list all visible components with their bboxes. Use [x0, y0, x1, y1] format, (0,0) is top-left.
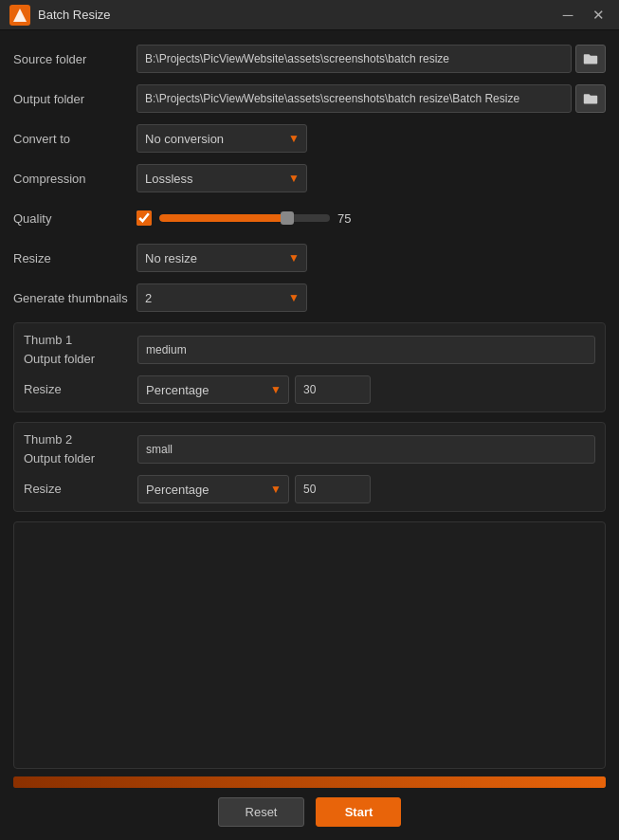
quality-checkbox[interactable] [137, 210, 152, 226]
output-folder-browse-button[interactable] [575, 84, 606, 113]
progress-bar-fill [13, 776, 606, 788]
output-folder-input-group [137, 84, 606, 113]
output-folder-input[interactable] [137, 84, 572, 113]
thumb2-resize-select-wrapper: Percentage Width Height ▼ [137, 475, 289, 503]
source-folder-input-group [137, 45, 606, 73]
quality-slider-track [159, 209, 330, 228]
compression-select-wrapper: Lossless Lossy ▼ [137, 164, 307, 192]
generate-thumbnails-label: Generate thumbnails [13, 291, 137, 305]
progress-bar-container [13, 776, 606, 788]
compression-row: Compression Lossless Lossy ▼ [13, 163, 606, 193]
compression-select[interactable]: Lossless Lossy [137, 164, 307, 192]
start-button[interactable]: Start [316, 797, 401, 827]
thumb1-resize-select[interactable]: Percentage Width Height [137, 375, 289, 404]
title-bar-left: Batch Resize [9, 5, 111, 26]
quality-value: 75 [337, 211, 360, 226]
minimize-button[interactable]: ─ [555, 4, 581, 27]
thumb1-resize-value-input[interactable] [295, 375, 371, 404]
quality-label: Quality [13, 211, 137, 226]
thumb2-folder-input[interactable] [137, 435, 595, 464]
title-controls: ─ ✕ [555, 4, 611, 27]
thumb1-resize-select-wrapper: Percentage Width Height ▼ [137, 375, 289, 404]
resize-label: Resize [13, 251, 137, 265]
thumb2-resize-label: Resize [24, 480, 137, 499]
resize-row: Resize No resize Percentage Width Height… [13, 243, 606, 273]
thumb1-section: Thumb 1 Output folder Resize Percentage … [13, 322, 606, 412]
thumb2-label: Thumb 2 Output folder [24, 430, 137, 467]
title-bar: Batch Resize ─ ✕ [0, 0, 619, 30]
source-folder-row: Source folder [13, 44, 606, 74]
source-folder-input[interactable] [137, 45, 572, 73]
folder-icon [583, 91, 598, 106]
thumb1-folder-row: Thumb 1 Output folder [24, 331, 595, 368]
reset-button[interactable]: Reset [218, 797, 305, 827]
window-title: Batch Resize [38, 8, 111, 22]
thumb1-resize-label: Resize [24, 380, 137, 399]
thumb1-resize-row: Resize Percentage Width Height ▼ [24, 375, 595, 404]
convert-to-select[interactable]: No conversion JPEG PNG WebP [137, 124, 307, 153]
convert-to-label: Convert to [13, 132, 137, 146]
source-folder-browse-button[interactable] [575, 45, 606, 73]
folder-icon [583, 51, 598, 66]
thumb2-resize-row: Resize Percentage Width Height ▼ [24, 475, 595, 503]
output-folder-label: Output folder [13, 92, 137, 106]
resize-select-wrapper: No resize Percentage Width Height Long s… [137, 244, 307, 272]
bottom-buttons: Reset Start [13, 797, 606, 840]
log-area [13, 521, 606, 769]
close-button[interactable]: ✕ [585, 4, 611, 27]
thumb2-section: Thumb 2 Output folder Resize Percentage … [13, 422, 606, 512]
resize-select[interactable]: No resize Percentage Width Height Long s… [137, 244, 307, 272]
thumb2-resize-value-input[interactable] [295, 475, 371, 503]
convert-to-row: Convert to No conversion JPEG PNG WebP ▼ [13, 123, 606, 154]
thumb2-folder-row: Thumb 2 Output folder [24, 430, 595, 467]
convert-to-select-wrapper: No conversion JPEG PNG WebP ▼ [137, 124, 307, 153]
main-content: Source folder Output folder Convert to [0, 30, 619, 840]
thumb1-label: Thumb 1 Output folder [24, 331, 137, 368]
thumb1-folder-input[interactable] [137, 336, 595, 364]
generate-thumbnails-select[interactable]: 0 1 2 3 [137, 283, 307, 312]
compression-label: Compression [13, 172, 137, 186]
source-folder-label: Source folder [13, 52, 137, 66]
thumb2-resize-select[interactable]: Percentage Width Height [137, 475, 289, 503]
app-icon [9, 5, 30, 26]
output-folder-row: Output folder [13, 83, 606, 114]
quality-controls: 75 [137, 209, 606, 228]
generate-thumbnails-row: Generate thumbnails 0 1 2 3 ▼ [13, 283, 606, 313]
quality-row: Quality 75 [13, 203, 606, 233]
generate-thumbnails-select-wrapper: 0 1 2 3 ▼ [137, 283, 307, 312]
